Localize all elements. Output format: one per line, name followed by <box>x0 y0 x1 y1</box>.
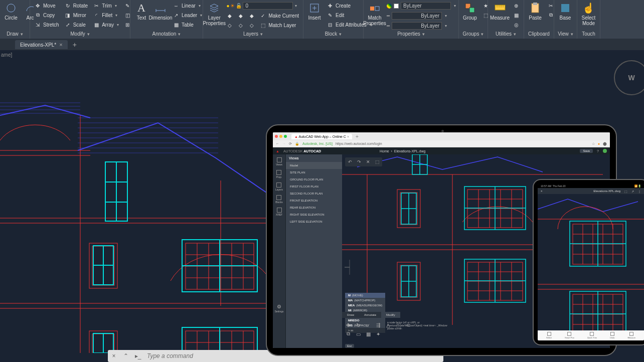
layer-selector[interactable]: ●☀🔓0▾ <box>224 1 301 11</box>
btm-tab-draw[interactable]: Draw <box>342 312 359 318</box>
lineweight-selector[interactable]: ━ByLayer▾ <box>385 11 458 21</box>
view-item-ground[interactable]: GROUND FLOOR PLAN <box>286 176 342 183</box>
ac-item[interactable]: MEA(MEASUREGEOM) <box>345 303 385 308</box>
rail-properties[interactable]: Prop. <box>276 170 282 178</box>
tf-quicktrim[interactable]: Quick Trim <box>587 332 597 339</box>
layer-properties-button[interactable]: Layer Properties <box>205 1 223 27</box>
stretch-button[interactable]: ⇲Stretch <box>32 20 61 29</box>
trim-button[interactable]: ✂Trim▾ <box>91 1 121 10</box>
stretch-icon[interactable]: ▭ <box>355 331 361 337</box>
view-item-site[interactable]: SITE PLAN <box>286 169 342 176</box>
view-item-model[interactable]: Model <box>286 162 342 169</box>
panel-label-draw[interactable]: Draw▾ <box>2 30 28 38</box>
table-button[interactable]: ▦Table <box>171 20 204 29</box>
back-icon[interactable]: ← <box>276 142 279 145</box>
tf-smartpan[interactable]: Smart Pan <box>565 332 574 339</box>
forward-icon[interactable]: → <box>282 142 286 145</box>
view-item-second[interactable]: SECOND FLOOR PLAN <box>286 190 342 197</box>
view-item-right[interactable]: RIGHT SIDE ELEVATION <box>286 211 342 218</box>
ac-item[interactable]: M(MOVE) <box>345 293 385 298</box>
erase-button[interactable]: ✕ <box>365 159 372 165</box>
panel-label-view[interactable]: View▾ <box>556 30 575 38</box>
leader-button[interactable]: ↗Leader▾ <box>171 11 204 20</box>
copy-button[interactable]: ⧉Copy <box>32 11 61 20</box>
move-button[interactable]: ✥Move <box>32 1 61 10</box>
esc-button[interactable]: Esc <box>345 344 354 348</box>
layer-tool-5[interactable]: ◆ <box>246 11 257 20</box>
linear-button[interactable]: ↔Linear▾ <box>171 1 204 10</box>
panel-label-modify[interactable]: Modify▾ <box>32 30 128 38</box>
redo-button[interactable]: ↷ <box>356 159 363 165</box>
insert-button[interactable]: Insert <box>305 1 324 22</box>
util-tool-1[interactable]: ⊕ <box>511 1 522 10</box>
tf-undo[interactable]: Undo <box>610 332 615 339</box>
browser-tab[interactable]: ▲ AutoCAD Web App – Online C × <box>291 134 352 139</box>
new-tab-button[interactable]: + <box>70 41 80 49</box>
fillet-icon[interactable]: ⊂ <box>405 322 411 328</box>
panel-label-layers[interactable]: Layers▾ <box>205 30 301 38</box>
move-icon[interactable]: ✥ <box>345 322 351 328</box>
match-layer-button[interactable]: ⬚Match Layer <box>257 21 301 30</box>
reload-icon[interactable]: ⟳ <box>289 142 292 146</box>
panel-label-properties[interactable]: Properties▾ <box>366 30 456 38</box>
measure-button[interactable]: Measure <box>490 1 510 22</box>
fillet-button[interactable]: ◜Fillet▾ <box>91 11 121 20</box>
array-button[interactable]: ▦Array▾ <box>91 20 121 29</box>
dimension-button[interactable]: Dimension <box>151 1 170 22</box>
rail-settings[interactable]: ⚙Settings <box>274 304 283 313</box>
view-item-front[interactable]: FRONT ELEVATION <box>286 197 342 204</box>
rail-xref[interactable]: XREF <box>276 208 282 216</box>
btm-tab-annotate[interactable]: Annotate <box>359 312 381 318</box>
text-button[interactable]: AText <box>132 1 150 22</box>
layer-tool-1[interactable]: ◆ <box>224 11 235 20</box>
view-item-rear[interactable]: REAR ELEVATION <box>286 204 342 211</box>
explode-icon[interactable]: ✦ <box>375 331 381 337</box>
mirror-button[interactable]: ◨Mirror <box>62 11 90 20</box>
star-icon[interactable]: ☆ <box>592 142 595 146</box>
group-button[interactable]: Group <box>461 1 479 22</box>
expand-command-icon[interactable]: ⌃ <box>120 351 132 361</box>
save-button[interactable]: Save <box>580 149 593 153</box>
make-current-button[interactable]: ✓Make Current <box>257 11 301 20</box>
mirror-icon[interactable]: △ <box>385 322 391 328</box>
rail-views[interactable]: Views <box>276 157 282 166</box>
help-icon[interactable]: ? <box>597 149 599 153</box>
menu-icon[interactable]: ● <box>598 142 600 145</box>
close-command-icon[interactable]: × <box>108 351 120 361</box>
panel-label-utilities[interactable]: Utilities▾ <box>490 30 522 38</box>
panel-label-groups[interactable]: Groups▾ <box>461 30 486 38</box>
copy-icon[interactable]: ⧉ <box>345 331 351 337</box>
tf-measure[interactable]: Measure <box>627 332 635 339</box>
url-field[interactable]: https://web.autocad.com/login <box>336 142 589 145</box>
tablet-canvas[interactable] <box>538 194 644 330</box>
rotate-icon[interactable]: ↻ <box>355 322 361 328</box>
btm-tab-modify[interactable]: Modify <box>381 312 400 318</box>
close-icon[interactable]: × <box>541 190 543 193</box>
panel-label-block[interactable]: Block▾ <box>305 30 361 38</box>
util-tool-3[interactable]: ◎ <box>511 20 522 29</box>
base-view-button[interactable]: Base <box>556 1 574 22</box>
breadcrumb[interactable]: Home › Elevations-XPL.dwg <box>380 149 425 153</box>
offset-icon[interactable]: ⇶ <box>375 322 381 328</box>
tablet-tool-2[interactable]: ↗ <box>631 190 634 193</box>
rail-layers[interactable]: Layers <box>275 183 283 191</box>
array-icon[interactable]: ▦ <box>365 331 371 337</box>
panel-label-annotation[interactable]: Annotation▾ <box>132 30 201 38</box>
color-selector[interactable]: ByLayer▾ <box>385 1 458 11</box>
util-tool-2[interactable]: ▦ <box>511 11 522 20</box>
view-item-first[interactable]: FIRST FLOOR PLAN <box>286 183 342 190</box>
circle-button[interactable]: Circle <box>2 1 20 22</box>
trim-icon[interactable]: ⟋ <box>365 322 371 328</box>
undo-button[interactable]: ↶ <box>347 159 354 165</box>
scale-button[interactable]: ⤢Scale <box>62 20 90 29</box>
rotate-button[interactable]: ↻Rotate <box>62 1 90 10</box>
profile-icon[interactable]: ⬤ <box>603 142 607 146</box>
match-properties-button[interactable]: Match Properties <box>366 1 384 27</box>
file-tab[interactable]: Elevations-XPL*× <box>15 40 68 49</box>
linetype-selector[interactable]: ━ByLayer▾ <box>385 21 458 31</box>
paste-button[interactable]: Paste <box>526 1 544 22</box>
layer-tool-3[interactable]: ◆ <box>235 11 246 20</box>
select-mode-button[interactable]: ☝Select Mode <box>579 1 598 27</box>
layer-tool-2[interactable]: ◇ <box>224 21 235 30</box>
avatar[interactable] <box>603 149 607 153</box>
